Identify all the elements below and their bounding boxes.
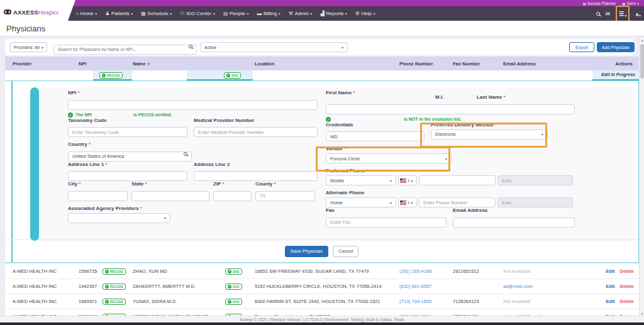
search-input-icon[interactable]	[189, 45, 192, 48]
header-fax[interactable]: Fax Number	[448, 61, 498, 67]
state-input[interactable]	[131, 191, 209, 201]
check-circle-icon	[228, 300, 231, 304]
row-phone[interactable]: (832) 661-6557	[394, 284, 448, 289]
pecos-verified-note: The NPIis PECOS-verified.	[68, 113, 318, 118]
county-input[interactable]	[255, 191, 315, 201]
check-circle-icon	[105, 285, 109, 289]
row-email[interactable]: Not Available	[498, 299, 597, 304]
header-name[interactable]: Name ▼	[128, 61, 220, 67]
country-label: Country	[68, 141, 318, 147]
header-npi[interactable]: NPI	[74, 61, 97, 67]
preferred-phone-type-select[interactable]: Mobile	[326, 175, 396, 185]
physician-rows: A-MED HEALTH INC 1598735441 PECOS ZHAO, …	[5, 264, 639, 316]
pecos-badge: PECOS	[103, 268, 126, 275]
status-select[interactable]: Active	[200, 42, 348, 52]
providers-filter-button[interactable]: Providers: All	[10, 42, 47, 52]
country-search-icon[interactable]	[184, 152, 187, 156]
row-name: ZHAO, XUN MD	[128, 268, 220, 274]
app-logo[interactable]: AXXESS Hospice	[0, 0, 65, 24]
search-icon[interactable]	[596, 12, 600, 16]
form-actions: Save Physician Cancel	[5, 240, 638, 262]
search-input[interactable]	[53, 45, 197, 55]
main-nav: ⌂Home♟Patients▦Schedule⚇IDG Center▤Peopl…	[0, 6, 644, 21]
alternate-phone-label: Alternate Phone	[326, 190, 575, 196]
country-code-select[interactable]: 1	[398, 197, 417, 207]
email-input[interactable]	[453, 218, 575, 228]
save-physician-button[interactable]: Save Physician	[285, 246, 328, 257]
axxess-planner-link[interactable]: ▤Axxess Planner	[582, 1, 616, 6]
check-circle-icon	[105, 270, 109, 273]
scrollbar-thumb[interactable]	[640, 44, 644, 79]
alternate-phone-extn-input[interactable]	[497, 197, 573, 207]
vendor-select[interactable]: Forcura Circle	[326, 153, 452, 163]
nav-item-billing[interactable]: ▬Billing	[257, 11, 280, 16]
table-row[interactable]: A-MED HEALTH INC 1598735441 PECOS ZHAO, …	[5, 264, 639, 279]
cancel-button[interactable]: Cancel	[333, 246, 358, 257]
fax-input[interactable]	[326, 218, 447, 228]
user-menu[interactable]: ◉Gerri	[622, 1, 639, 6]
row-delete-link[interactable]: Delete	[619, 284, 634, 289]
nav-item-patients[interactable]: ♟Patients	[105, 11, 133, 16]
row-location: 6400 FANNIN ST, SUITE 2440, HOUSTON, TX …	[250, 299, 394, 304]
header-provider[interactable]: Provider	[8, 61, 74, 67]
row-phone[interactable]: (713) 704-1500	[394, 299, 448, 304]
address2-input[interactable]	[194, 171, 318, 181]
header-location[interactable]: Location	[250, 61, 394, 67]
table-row[interactable]: A-MED HEALTH INC 1942397278 PECOS ZAHEER…	[5, 279, 639, 294]
alternate-phone-input[interactable]	[419, 197, 496, 207]
nav-item-admin[interactable]: ⚒Admin	[289, 11, 313, 16]
table-row[interactable]: A-MED HEALTH INC 1689921447 PECOS YUNAS,…	[5, 294, 639, 309]
country-code-select[interactable]: 1	[398, 175, 417, 185]
row-delete-link[interactable]: Delete	[619, 299, 634, 304]
add-physician-button[interactable]: Add Physician	[597, 42, 635, 52]
messages-icon[interactable]: ✉	[606, 11, 611, 17]
medical-provider-number-input[interactable]	[194, 127, 318, 137]
header-phone[interactable]: Phone Number	[394, 61, 448, 67]
zip-input[interactable]	[213, 191, 252, 201]
row-email[interactable]: ad@med.com	[498, 284, 597, 289]
list-menu-annotation: ☰	[616, 6, 630, 22]
oig-badge: OIG	[225, 284, 242, 290]
preferred-phone-extn-input[interactable]	[497, 175, 573, 185]
pecos-badge-label: PECOS	[110, 270, 123, 273]
row-edit-link[interactable]: Edit	[606, 284, 614, 289]
row-phone[interactable]: (281) 265-4168	[394, 268, 448, 274]
preferred-phone-input[interactable]	[419, 175, 496, 185]
npi-input[interactable]	[68, 100, 318, 110]
nav-item-home[interactable]: ⌂Home	[75, 11, 97, 16]
row-email[interactable]: Not Available	[498, 268, 597, 274]
address1-input[interactable]	[68, 171, 187, 181]
address1-label: Address Line 1	[68, 162, 187, 167]
alternate-phone-type-select[interactable]: Home	[326, 197, 396, 207]
credentials-input[interactable]	[326, 131, 425, 141]
add-menu[interactable]: +	[635, 8, 641, 19]
nav-item-schedule[interactable]: ▦Schedule	[141, 11, 172, 16]
top-strip: ▤Axxess Planner ◉Gerri	[0, 0, 644, 6]
row-edit-link[interactable]: Edit	[606, 268, 614, 274]
oig-badge-label: OIG	[233, 270, 240, 273]
row-location: 16651 SW FREEWAY #330, SUGAR LAND, TX 77…	[250, 268, 394, 274]
vertical-scrollbar[interactable]: ▲ ▼	[639, 38, 644, 316]
taxonomy-input[interactable]	[68, 127, 187, 137]
city-input[interactable]	[68, 191, 128, 201]
oig-badge-label: OIG	[233, 285, 240, 289]
check-circle-icon	[228, 285, 231, 289]
agency-providers-select[interactable]	[68, 213, 170, 223]
nav-item-reports[interactable]: ▟Reports	[321, 11, 347, 16]
export-button[interactable]: Export	[569, 42, 594, 52]
list-menu-icon[interactable]: ☰	[619, 11, 624, 17]
editing-row: PECOS OIG Edit In Progress	[5, 70, 639, 80]
row-edit-link[interactable]: Edit	[606, 299, 614, 304]
schedule-icon: ▦	[141, 11, 146, 16]
country-input[interactable]	[68, 151, 192, 162]
form-teal-bar	[30, 87, 39, 241]
row-delete-link[interactable]: Delete	[619, 268, 634, 274]
nav-item-people[interactable]: ▤People	[223, 11, 249, 16]
name-input[interactable]	[326, 104, 575, 114]
delivery-method-select[interactable]: Electronic	[431, 129, 548, 140]
header-email[interactable]: Email Address	[498, 61, 597, 67]
scroll-up-icon[interactable]: ▲	[640, 38, 644, 42]
nav-item-help[interactable]: ⚙Help	[355, 11, 375, 16]
edit-highlight-oig	[187, 70, 253, 80]
nav-item-idg-center[interactable]: ⚇IDG Center	[180, 11, 215, 16]
